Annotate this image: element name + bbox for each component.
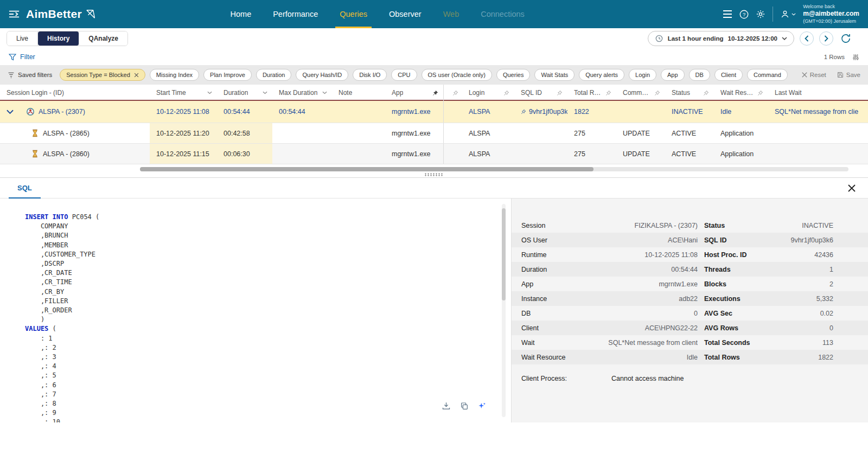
table-row[interactable]: ALSPA - (2860)10-12-2025 11:1500:06:30mg… <box>0 144 868 164</box>
code-line: ,: 3 <box>25 353 511 362</box>
saved-filters-icon <box>8 72 15 79</box>
column-header-max-duration[interactable]: Max Duration <box>272 85 332 101</box>
column-header-wait-resource[interactable]: Wait Resource <box>714 85 768 101</box>
panel-resize-handle[interactable] <box>424 173 444 176</box>
filter-chip-plan-improve[interactable]: Plan Improve <box>203 69 252 81</box>
details-row: ClientACE\HPNG22-22AVG Rows0 <box>512 321 868 335</box>
saved-filters-label: Saved filters <box>18 72 52 78</box>
filter-chip-cpu[interactable]: CPU <box>391 69 417 81</box>
pin-column-icon[interactable] <box>503 90 509 96</box>
filter-chip-query-alerts[interactable]: Query alerts <box>579 69 624 81</box>
cell-max_duration <box>272 144 332 164</box>
code-line: ,CR_TIME <box>25 278 511 287</box>
menu-icon[interactable] <box>723 10 732 18</box>
detail-value-duration: 00:54:44 <box>581 266 698 273</box>
column-settings-icon[interactable] <box>852 54 859 61</box>
close-panel-icon[interactable] <box>847 184 856 193</box>
cell-sql_id <box>514 144 567 164</box>
filter-chip-queries[interactable]: Queries <box>496 69 531 81</box>
column-header-start-time[interactable]: Start Time <box>150 85 217 101</box>
column-header-sql-id[interactable]: SQL ID <box>514 85 567 101</box>
time-back-button[interactable] <box>800 31 814 46</box>
tab-history[interactable]: History <box>38 31 79 46</box>
saved-filters-button[interactable]: Saved filters <box>8 72 52 79</box>
pin-column-icon[interactable] <box>557 90 563 96</box>
filter-chip-os-user-oracle-only[interactable]: OS user (Oracle only) <box>422 69 492 81</box>
detail-label-instance: Instance <box>521 295 581 303</box>
nav-item-observer[interactable]: Observer <box>389 0 422 28</box>
column-header-app[interactable]: App <box>385 85 444 101</box>
sidebar-toggle-icon[interactable] <box>9 10 20 18</box>
column-header-last-wait[interactable]: Last Wait <box>768 85 868 101</box>
nav-item-connections[interactable]: Connections <box>481 0 525 28</box>
help-icon[interactable]: ? <box>739 10 749 19</box>
horizontal-scrollbar[interactable] <box>140 167 848 171</box>
nav-item-queries[interactable]: Queries <box>340 0 367 28</box>
detail-label-wait: Wait <box>521 339 581 347</box>
filter-chip-client[interactable]: Client <box>714 69 743 81</box>
column-header-session-login-id[interactable]: Session Login - (ID) <box>0 85 150 101</box>
filter-chip-wait-stats[interactable]: Wait Stats <box>534 69 575 81</box>
code-scrollbar[interactable] <box>502 204 506 417</box>
filter-chip-command[interactable]: Command <box>747 69 788 81</box>
expand-cell[interactable] <box>0 101 20 123</box>
save-filters-button[interactable]: Save <box>837 72 860 78</box>
horizontal-scrollbar-thumb[interactable] <box>140 167 593 171</box>
cell-status: INACTIVE <box>665 101 714 123</box>
ai-sparkle-icon[interactable] <box>478 402 486 410</box>
time-forward-button[interactable] <box>819 31 833 46</box>
welcome-back-text: Welcome back <box>803 4 859 10</box>
nav-item-home[interactable]: Home <box>231 0 252 28</box>
filter-chip-login[interactable]: Login <box>629 69 656 81</box>
code-scrollbar-thumb[interactable] <box>502 208 506 300</box>
save-icon <box>837 72 844 78</box>
column-header-status[interactable]: Status <box>665 85 714 101</box>
tab-qanalyze[interactable]: QAnalyze <box>79 31 127 46</box>
collapse-row-icon[interactable] <box>7 110 14 114</box>
pin-column-icon[interactable] <box>605 90 611 96</box>
time-range-value: 10-12-2025 12:00 <box>728 35 777 42</box>
nav-item-web[interactable]: Web <box>443 0 459 28</box>
time-range-selector[interactable]: Last 1 hour ending 10-12-2025 12:00 <box>648 31 794 46</box>
column-header-note[interactable]: Note <box>332 85 385 101</box>
pin-column-icon[interactable] <box>757 90 763 96</box>
sql-id-pin-icon[interactable] <box>521 109 526 114</box>
applied-filter-chip[interactable]: Session Type = Blocked <box>60 69 145 81</box>
filter-chip-query-hash-id[interactable]: Query Hash/ID <box>296 69 348 81</box>
detail-value-total-seconds: 113 <box>769 339 833 347</box>
pin-column-icon[interactable] <box>452 90 458 96</box>
table-row[interactable]: ALSPA - (2865)10-12-2025 11:2000:42:58mg… <box>0 123 868 144</box>
filter-chip-missing-index[interactable]: Missing Index <box>150 69 199 81</box>
tab-live[interactable]: Live <box>7 31 38 46</box>
detail-value-avg-sec: 0.02 <box>769 310 833 317</box>
pin-column-icon[interactable] <box>654 90 660 96</box>
detail-label-app: App <box>521 280 581 288</box>
cell-d <box>444 144 462 164</box>
save-label: Save <box>846 72 860 78</box>
reset-filters-button[interactable]: Reset <box>802 72 826 78</box>
refresh-button[interactable] <box>839 31 853 46</box>
code-line: VALUES ( <box>25 324 511 334</box>
filter-chip-app[interactable]: App <box>661 69 685 81</box>
filter-toggle[interactable]: Filter <box>9 53 35 61</box>
column-header-d[interactable]: d <box>444 85 462 101</box>
copy-icon[interactable] <box>460 402 469 411</box>
settings-gear-icon[interactable] <box>756 9 765 19</box>
tab-sql[interactable]: SQL <box>17 178 32 199</box>
user-menu[interactable] <box>780 9 796 19</box>
column-header-duration[interactable]: Duration <box>217 85 272 101</box>
sql-code-viewer: INSERT INTO PC054 ( COMPANY ,BRUNCH ,MEM… <box>0 199 511 422</box>
column-header-total-rows[interactable]: Total Rows <box>567 85 616 101</box>
table-row[interactable]: ALSPA - (2307)10-12-2025 11:0800:54:4400… <box>0 101 868 123</box>
filter-chip-db[interactable]: DB <box>689 69 710 81</box>
remove-filter-icon[interactable] <box>134 73 139 78</box>
filter-chip-duration[interactable]: Duration <box>256 69 292 81</box>
nav-item-performance[interactable]: Performance <box>273 0 318 28</box>
pinned-column-icon[interactable] <box>432 90 438 96</box>
pin-column-icon[interactable] <box>703 90 709 96</box>
column-header-command[interactable]: Command <box>616 85 665 101</box>
detail-value-host-proc-id: 42436 <box>769 251 833 259</box>
download-icon[interactable] <box>442 401 451 411</box>
filter-chip-disk-i-o[interactable]: Disk I/O <box>353 69 387 81</box>
column-header-login[interactable]: Login <box>462 85 514 101</box>
